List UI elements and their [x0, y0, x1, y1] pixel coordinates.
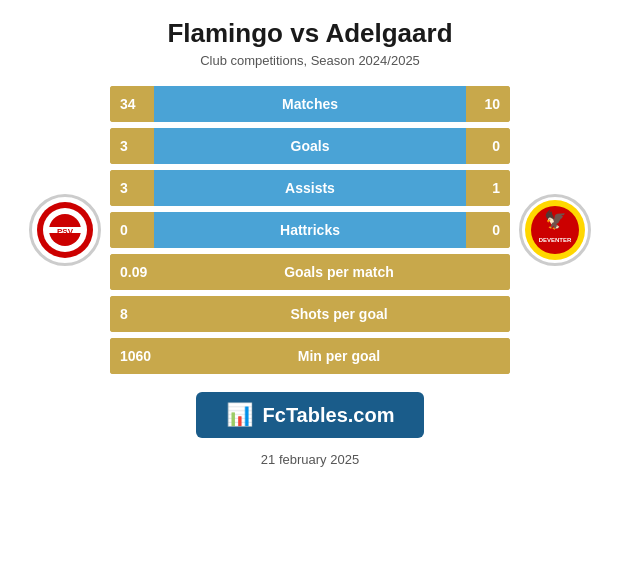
stat-label-min-per-goal: Min per goal: [168, 338, 510, 374]
stat-label-shots-per-goal: Shots per goal: [168, 296, 510, 332]
stat-val-right-assists: 1: [466, 170, 510, 206]
fctables-banner: 📊 FcTables.com: [196, 392, 425, 438]
stat-row-goals-per-match: 0.09 Goals per match: [110, 254, 510, 290]
stat-row-goals: 3 Goals 0: [110, 128, 510, 164]
stat-label-matches: Matches: [154, 86, 466, 122]
stat-val-left-goals-per-match: 0.09: [110, 254, 168, 290]
stat-row-shots-per-goal: 8 Shots per goal: [110, 296, 510, 332]
gae-logo: 🦅 DEVENTER: [519, 194, 591, 266]
svg-text:🦅: 🦅: [544, 209, 567, 231]
page-subtitle: Club competitions, Season 2024/2025: [200, 53, 420, 68]
psv-logo: PSV: [29, 194, 101, 266]
stat-val-left-goals: 3: [110, 128, 154, 164]
stat-row-min-per-goal: 1060 Min per goal: [110, 338, 510, 374]
svg-text:DEVENTER: DEVENTER: [539, 237, 572, 243]
logo-left: PSV: [20, 194, 110, 266]
stat-label-goals-per-match: Goals per match: [168, 254, 510, 290]
stat-label-goals: Goals: [154, 128, 466, 164]
page-title: Flamingo vs Adelgaard: [167, 18, 452, 49]
stat-label-hattricks: Hattricks: [154, 212, 466, 248]
stat-row-matches: 34 Matches 10: [110, 86, 510, 122]
logo-right: 🦅 DEVENTER: [510, 194, 600, 266]
stat-val-left-hattricks: 0: [110, 212, 154, 248]
stat-val-left-assists: 3: [110, 170, 154, 206]
svg-text:PSV: PSV: [57, 227, 74, 236]
stat-val-right-matches: 10: [466, 86, 510, 122]
main-card: Flamingo vs Adelgaard Club competitions,…: [0, 0, 620, 580]
stat-val-left-shots-per-goal: 8: [110, 296, 168, 332]
stats-column: 34 Matches 10 3 Goals 0 3 Assists 1 0 Ha…: [110, 86, 510, 374]
stat-row-hattricks: 0 Hattricks 0: [110, 212, 510, 248]
stat-label-assists: Assists: [154, 170, 466, 206]
stat-row-assists: 3 Assists 1: [110, 170, 510, 206]
fctables-brand: FcTables.com: [263, 404, 395, 427]
stat-val-left-min-per-goal: 1060: [110, 338, 168, 374]
stat-val-left-matches: 34: [110, 86, 154, 122]
date-footer: 21 february 2025: [261, 452, 359, 467]
main-content-row: PSV 34 Matches 10 3 Goals 0 3 Assists 1 …: [20, 86, 600, 374]
stat-val-right-goals: 0: [466, 128, 510, 164]
stat-val-right-hattricks: 0: [466, 212, 510, 248]
fctables-icon: 📊: [226, 402, 253, 428]
